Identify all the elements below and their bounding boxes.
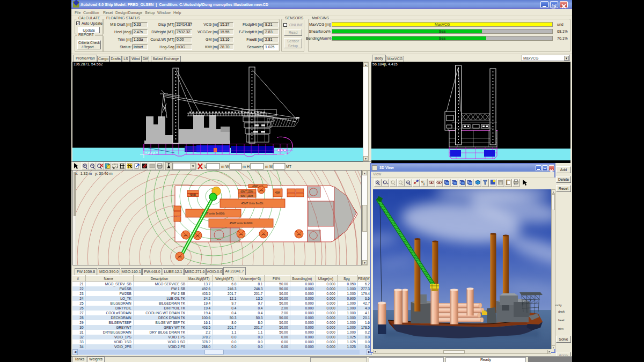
svg-text:L: L [204, 165, 207, 168]
svg-text:W: W [225, 165, 229, 168]
svg-text:m: m [265, 165, 268, 168]
svg-text:45M: 45M [275, 191, 280, 194]
svg-text:m: m [221, 165, 224, 168]
svg-text:MT: MT [286, 165, 292, 168]
svg-text:60MT 150lb: 60MT 150lb [240, 195, 253, 197]
svg-text:60MT 150lb: 60MT 150lb [240, 190, 253, 193]
svg-text:unit: unit [297, 233, 301, 235]
svg-text:unit: unit [196, 234, 200, 237]
svg-text:unit: unit [239, 233, 243, 235]
svg-text:unit: unit [260, 189, 264, 191]
svg-text:H: H [247, 165, 250, 168]
svg-text:unit: unit [262, 233, 266, 235]
svg-text:45MT Units 9m30t: 45MT Units 9m30t [241, 202, 264, 205]
svg-text:M: M [269, 165, 273, 168]
svg-text:+: + [386, 182, 389, 185]
svg-text:unit: unit [184, 234, 188, 237]
svg-text:m: m [243, 165, 246, 168]
svg-text:unit: unit [178, 255, 182, 258]
svg-text:45MB: 45MB [189, 194, 196, 196]
svg-text:45MT units 9m900t: 45MT units 9m900t [230, 221, 253, 225]
svg-text:º¡: º¡ [421, 180, 425, 186]
